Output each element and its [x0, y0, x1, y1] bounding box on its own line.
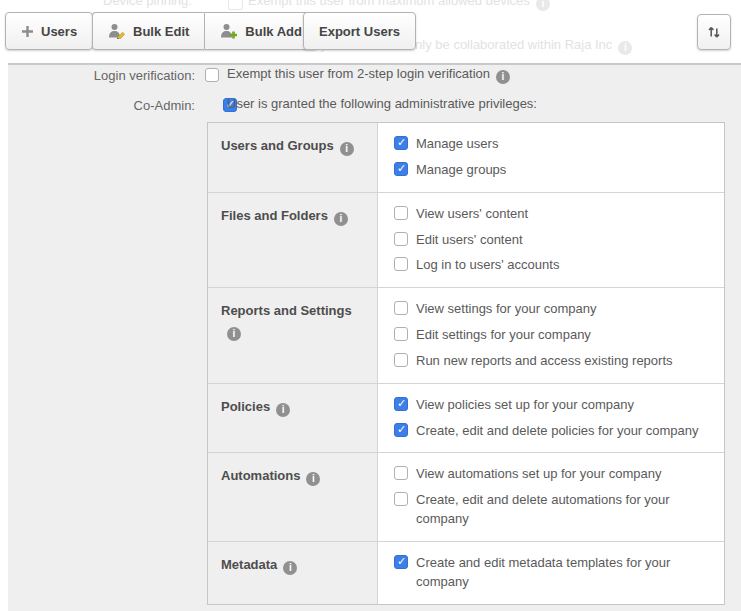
permission-items: View users' contentEdit users' contentLo…: [378, 193, 724, 288]
permission-checkbox-item[interactable]: Create and edit metadata templates for y…: [394, 554, 714, 592]
bulk-button-group: Bulk Edit Bulk Add: [92, 12, 318, 50]
person-pencil-icon: [108, 23, 126, 39]
co-admin-label: Co-Admin:: [8, 98, 195, 113]
info-icon[interactable]: i: [306, 472, 320, 486]
co-admin-text: User is granted the following administra…: [227, 96, 537, 111]
permission-checkbox-item[interactable]: Manage users: [394, 135, 714, 154]
checkbox[interactable]: [394, 466, 408, 480]
faded-device-pinning-label: Device pinning:: [103, 0, 192, 8]
faded-checkbox: [228, 0, 243, 10]
checkbox-label: View users' content: [416, 205, 528, 224]
permission-items: View settings for your companyEdit setti…: [378, 288, 724, 383]
checkbox-label: Log in to users' accounts: [416, 256, 559, 275]
permission-checkbox-item[interactable]: View policies set up for your company: [394, 396, 714, 415]
permission-checkbox-item[interactable]: Edit settings for your company: [394, 326, 714, 345]
bulk-edit-button-label: Bulk Edit: [133, 24, 189, 39]
user-settings-panel: Login verification: Exempt this user fro…: [8, 63, 741, 611]
login-verification-checkbox[interactable]: [205, 68, 219, 82]
checkbox[interactable]: [394, 257, 408, 271]
permission-section-label: Metadatai: [208, 542, 378, 604]
checkbox[interactable]: [394, 301, 408, 315]
permission-section-label: Users and Groupsi: [208, 123, 378, 192]
permission-section-row: AutomationsiView automations set up for …: [208, 453, 724, 542]
section-name: Reports and Settings: [221, 303, 352, 318]
permission-section-row: Reports and SettingsiView settings for y…: [208, 288, 724, 384]
info-icon[interactable]: i: [496, 70, 510, 84]
checkbox-label: Create, edit and delete automations for …: [416, 491, 714, 529]
permissions-table: Users and GroupsiManage usersManage grou…: [207, 122, 725, 605]
checkbox-label: Edit users' content: [416, 231, 523, 250]
checkbox[interactable]: [394, 136, 408, 150]
permission-checkbox-item[interactable]: Run new reports and access existing repo…: [394, 352, 714, 371]
info-icon: i: [536, 0, 550, 11]
permission-items: Manage usersManage groups: [378, 123, 724, 192]
checkbox-label: Manage groups: [416, 161, 506, 180]
permission-section-label: Automationsi: [208, 453, 378, 541]
info-icon[interactable]: i: [283, 561, 297, 575]
section-name: Metadata: [221, 557, 277, 572]
faded-device-pinning-text: Exempt this user from maximum allowed de…: [248, 0, 550, 11]
toolbar: Device pinning: Exempt this user from ma…: [0, 0, 741, 63]
permission-checkbox-item[interactable]: Create, edit and delete automations for …: [394, 491, 714, 529]
bulk-edit-button[interactable]: Bulk Edit: [92, 12, 204, 50]
permission-checkbox-item[interactable]: View users' content: [394, 205, 714, 224]
section-name: Files and Folders: [221, 208, 328, 223]
checkbox[interactable]: [394, 353, 408, 367]
permission-checkbox-item[interactable]: View settings for your company: [394, 300, 714, 319]
info-icon[interactable]: i: [276, 403, 290, 417]
bulk-add-button[interactable]: Bulk Add: [204, 12, 318, 50]
checkbox-label: Edit settings for your company: [416, 326, 591, 345]
permission-checkbox-item[interactable]: Log in to users' accounts: [394, 256, 714, 275]
plus-icon: [21, 25, 34, 38]
export-users-button-label: Export Users: [319, 24, 400, 39]
permission-section-row: PoliciesiView policies set up for your c…: [208, 384, 724, 454]
checkbox[interactable]: [394, 327, 408, 341]
permission-items: Create and edit metadata templates for y…: [378, 542, 724, 604]
checkbox[interactable]: [394, 423, 408, 437]
checkbox[interactable]: [394, 492, 408, 506]
export-users-button[interactable]: Export Users: [303, 12, 416, 50]
checkbox-label: Manage users: [416, 135, 498, 154]
sort-button[interactable]: [697, 14, 731, 50]
checkbox-label: View policies set up for your company: [416, 396, 634, 415]
permission-section-label: Policiesi: [208, 384, 378, 453]
section-name: Users and Groups: [221, 138, 334, 153]
sort-arrows-icon: [706, 24, 722, 40]
checkbox[interactable]: [394, 397, 408, 411]
login-verification-text: Exempt this user from 2-step login verif…: [227, 66, 510, 84]
permission-section-label: Reports and Settingsi: [208, 288, 378, 383]
permission-section-row: Users and GroupsiManage usersManage grou…: [208, 123, 724, 193]
checkbox[interactable]: [394, 206, 408, 220]
checkbox[interactable]: [394, 232, 408, 246]
info-icon: i: [618, 41, 632, 55]
checkbox-label: Create, edit and delete policies for you…: [416, 422, 699, 441]
section-name: Automations: [221, 468, 300, 483]
person-plus-icon: [220, 23, 238, 39]
permission-section-row: Files and FoldersiView users' contentEdi…: [208, 193, 724, 289]
permission-checkbox-item[interactable]: Create, edit and delete policies for you…: [394, 422, 714, 441]
edit-user-page: Device pinning: Exempt this user from ma…: [0, 0, 741, 611]
permission-items: View automations set up for your company…: [378, 453, 724, 541]
add-users-button-label: Users: [41, 24, 77, 39]
info-icon[interactable]: i: [340, 142, 354, 156]
info-icon[interactable]: i: [227, 327, 241, 341]
permission-checkbox-item[interactable]: View automations set up for your company: [394, 465, 714, 484]
login-verification-label: Login verification:: [8, 68, 195, 83]
info-icon[interactable]: i: [334, 212, 348, 226]
checkbox-label: View settings for your company: [416, 300, 596, 319]
checkbox-label: Run new reports and access existing repo…: [416, 352, 673, 371]
permission-checkbox-item[interactable]: Edit users' content: [394, 231, 714, 250]
checkbox-label: Create and edit metadata templates for y…: [416, 554, 714, 592]
section-name: Policies: [221, 399, 270, 414]
add-users-button[interactable]: Users: [5, 12, 93, 50]
permission-section-label: Files and Foldersi: [208, 193, 378, 288]
checkbox-label: View automations set up for your company: [416, 465, 661, 484]
permission-section-row: MetadataiCreate and edit metadata templa…: [208, 542, 724, 604]
checkbox[interactable]: [394, 555, 408, 569]
checkbox[interactable]: [394, 162, 408, 176]
permission-items: View policies set up for your companyCre…: [378, 384, 724, 453]
bulk-add-button-label: Bulk Add: [245, 24, 302, 39]
permission-checkbox-item[interactable]: Manage groups: [394, 161, 714, 180]
